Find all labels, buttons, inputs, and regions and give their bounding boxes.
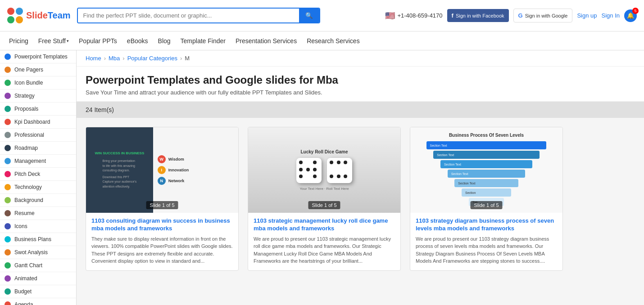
breadcrumb-home[interactable]: Home: [86, 55, 101, 62]
sidebar-item-budget[interactable]: Budget: [0, 285, 76, 298]
sidebar-item-pitch-deck[interactable]: Pitch Deck: [0, 168, 76, 181]
proposals-icon: [5, 106, 11, 112]
notification-bell-button[interactable]: 🔔 5: [624, 9, 637, 22]
sidebar-item-strategy[interactable]: Strategy: [0, 90, 76, 103]
sidebar-item-management[interactable]: Management: [0, 155, 76, 168]
icon-bundle-icon: [5, 80, 11, 86]
technology-icon: [5, 184, 11, 190]
sidebar-item-roadmap[interactable]: Roadmap: [0, 142, 76, 155]
facebook-signin-button[interactable]: f Sign in with Facebook: [447, 9, 509, 22]
product-image-wrap-1: WIN SUCCESS IN BUSINESS Bring your prese…: [86, 127, 238, 213]
product-thumbnail-3: Business Process Of Seven Levels Section…: [410, 127, 562, 213]
nav-free-stuff[interactable]: Free Stuff▾: [38, 37, 69, 45]
budget-icon: [5, 288, 11, 295]
search-input[interactable]: [78, 9, 299, 22]
swot-analysis-icon: [5, 249, 11, 256]
item-count: 24 Item(s): [86, 106, 114, 113]
sidebar-item-one-pagers[interactable]: One Pagers: [0, 63, 76, 76]
items-bar: 24 Item(s): [77, 102, 644, 118]
breadcrumb: Home › Mba › Popular Categories › M: [77, 50, 644, 67]
breadcrumb-m: M: [185, 55, 190, 62]
page-subtitle: Save Your Time and attract your audience…: [86, 89, 635, 96]
roadmap-icon: [5, 145, 11, 151]
sidebar-item-professional[interactable]: Professional: [0, 129, 76, 142]
sign-up-link[interactable]: Sign up: [577, 12, 597, 19]
product-image-wrap-2: Lucky Roll Dice Game: [248, 127, 400, 213]
product-title-1: 1103 consulting diagram win success in b…: [86, 213, 238, 235]
product-card-3[interactable]: Business Process Of Seven Levels Section…: [410, 127, 563, 271]
product-title-2: 1103 strategic management lucky roll dic…: [248, 213, 400, 235]
slide-badge-1: Slide 1 of 5: [146, 201, 178, 209]
main-content: Home › Mba › Popular Categories › M Powe…: [77, 50, 644, 305]
nav-presentation-services[interactable]: Presentation Services: [236, 37, 297, 45]
sidebar-item-kpi-dashboard[interactable]: Kpi Dashboard: [0, 116, 76, 129]
product-desc-3: We are proud to present our 1103 strateg…: [410, 235, 562, 270]
breadcrumb-popular-categories[interactable]: Popular Categories: [127, 55, 177, 62]
nav-bar: Pricing Free Stuff▾ Popular PPTs eBooks …: [0, 31, 644, 50]
sidebar-item-resume[interactable]: Resume: [0, 207, 76, 220]
icons-icon: [5, 223, 11, 229]
agenda-icon: [5, 301, 11, 305]
nav-blog[interactable]: Blog: [158, 37, 171, 45]
pitch-deck-icon: [5, 171, 11, 177]
sidebar-item-powerpoint-templates[interactable]: Powerpoint Templates: [0, 50, 76, 63]
sign-in-link[interactable]: Sign In: [602, 12, 620, 19]
product-title-3: 1103 strategy diagram business process o…: [410, 213, 562, 235]
sidebar-item-technology[interactable]: Technology: [0, 181, 76, 194]
powerpoint-icon: [5, 54, 11, 60]
page-title-section: Powerpoint Templates and Google slides f…: [77, 67, 644, 102]
product-grid: WIN SUCCESS IN BUSINESS Bring your prese…: [77, 118, 644, 280]
breadcrumb-sep-2: ›: [122, 55, 124, 62]
gantt-chart-icon: [5, 262, 11, 269]
sidebar-item-business-plans[interactable]: Business Plans: [0, 233, 76, 246]
sidebar-item-swot-analysis[interactable]: Swot Analysis: [0, 246, 76, 259]
breadcrumb-sep-3: ›: [180, 55, 182, 62]
google-signin-button[interactable]: G Sign in with Google: [513, 9, 573, 22]
business-plans-icon: [5, 236, 11, 242]
product-card-1[interactable]: WIN SUCCESS IN BUSINESS Bring your prese…: [86, 127, 239, 271]
kpi-dashboard-icon: [5, 119, 11, 125]
resume-icon: [5, 210, 11, 216]
us-flag-icon: 🇺🇸: [385, 11, 395, 21]
sidebar-item-icons[interactable]: Icons: [0, 220, 76, 233]
sidebar-item-icon-bundle[interactable]: Icon Bundle: [0, 76, 76, 90]
background-icon: [5, 197, 11, 203]
notification-badge: 5: [632, 8, 639, 14]
nav-template-finder[interactable]: Template Finder: [181, 37, 226, 45]
sidebar-item-agenda[interactable]: Agenda: [0, 298, 76, 305]
sidebar-item-animated[interactable]: Animated: [0, 272, 76, 285]
nav-ebooks[interactable]: eBooks: [127, 37, 148, 45]
nav-research-services[interactable]: Research Services: [307, 37, 360, 45]
header-right: 🇺🇸 +1-408-659-4170 f Sign in with Facebo…: [385, 9, 637, 22]
animated-icon: [5, 275, 11, 282]
professional-icon: [5, 132, 11, 138]
product-thumbnail-2: Lucky Roll Dice Game: [248, 127, 400, 213]
nav-popular-ppts[interactable]: Popular PPTs: [79, 37, 117, 45]
nav-pricing[interactable]: Pricing: [9, 37, 28, 45]
google-icon: G: [518, 12, 523, 19]
flag-phone: 🇺🇸 +1-408-659-4170: [385, 11, 442, 21]
logo-text: SlideTeam: [26, 10, 71, 21]
strategy-icon: [5, 93, 11, 99]
product-image-wrap-3: Business Process Of Seven Levels Section…: [410, 127, 562, 213]
product-desc-1: They make sure to display relevant infor…: [86, 235, 238, 270]
sidebar-item-proposals[interactable]: Proposals: [0, 103, 76, 116]
product-card-2[interactable]: Lucky Roll Dice Game: [248, 127, 401, 271]
search-bar: 🔍: [77, 8, 320, 23]
breadcrumb-mba[interactable]: Mba: [109, 55, 120, 62]
logo[interactable]: SlideTeam: [7, 8, 71, 24]
layout: Powerpoint Templates One Pagers Icon Bun…: [0, 50, 644, 305]
sidebar-item-background[interactable]: Background: [0, 194, 76, 207]
one-pagers-icon: [5, 67, 11, 73]
facebook-icon: f: [452, 12, 454, 19]
breadcrumb-sep-1: ›: [104, 55, 106, 62]
product-thumbnail-1: WIN SUCCESS IN BUSINESS Bring your prese…: [86, 127, 238, 213]
search-button[interactable]: 🔍: [299, 9, 319, 22]
slide-badge-3: Slide 1 of 5: [470, 201, 502, 209]
logo-circles: [7, 8, 23, 24]
header: SlideTeam 🔍 🇺🇸 +1-408-659-4170 f Sign in…: [0, 0, 644, 31]
management-icon: [5, 158, 11, 164]
slide-badge-2: Slide 1 of 5: [308, 201, 340, 209]
sidebar-item-gantt-chart[interactable]: Gantt Chart: [0, 259, 76, 272]
page-title: Powerpoint Templates and Google slides f…: [86, 74, 635, 86]
